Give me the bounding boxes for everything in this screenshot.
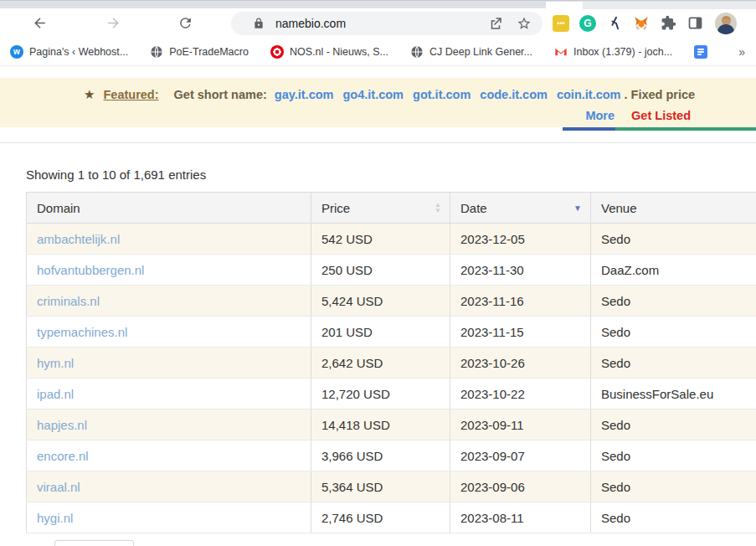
get-listed-link[interactable]: Get Listed (631, 109, 691, 122)
column-header-venue[interactable]: Venue (591, 193, 756, 224)
venue-cell: BusinessForSale.eu (591, 379, 756, 410)
bookmark-gmail-inbox[interactable]: Inbox (1.379) - joch... (554, 45, 672, 59)
side-panel-icon[interactable] (687, 15, 703, 32)
table-row: ambachtelijk.nl 542 USD 2023-12-05 Sedo (27, 224, 756, 255)
featured-domain-link[interactable]: coin.it.com (557, 88, 621, 101)
bookmarks-right-group: » Alle book (735, 44, 756, 59)
bookmarks-overflow-chevron[interactable]: » (735, 45, 748, 59)
featured-domain-link[interactable]: gay.it.com (275, 88, 334, 101)
domain-sales-table: Domain Price ▲▼ Date ▼ Venue ambachtelij… (26, 192, 756, 533)
extensions-puzzle-icon[interactable] (660, 15, 676, 32)
table-row: typemachines.nl 201 USD 2023-11-15 Sedo (27, 317, 756, 348)
tab-strip (0, 0, 756, 8)
domain-link[interactable]: typemachines.nl (37, 325, 127, 339)
more-link[interactable]: More (585, 109, 615, 122)
venue-cell: Sedo (591, 224, 756, 255)
forward-button[interactable] (104, 14, 122, 33)
venue-cell: Sedo (591, 317, 756, 348)
metamask-fox (633, 15, 650, 32)
date-cell: 2023-10-26 (450, 348, 591, 379)
date-cell: 2023-09-11 (450, 410, 591, 440)
bookmarks-bar: w Pagina's ‹ Webhost... PoE-TradeMacro N… (0, 38, 756, 66)
featured-link[interactable]: Featured: (103, 88, 158, 101)
reload-button[interactable] (176, 14, 194, 33)
url-text[interactable]: namebio.com (275, 17, 346, 30)
date-cell: 2023-11-30 (450, 255, 591, 286)
domain-link[interactable]: criminals.nl (37, 294, 100, 308)
date-cell: 2023-10-22 (450, 379, 591, 410)
domain-link[interactable]: hapjes.nl (37, 418, 87, 432)
forward-icon (105, 15, 121, 31)
domain-link[interactable]: hofvantubbergen.nl (37, 263, 144, 277)
tab-underline-green (615, 127, 756, 131)
featured-prefix-text: Get short name: (174, 88, 267, 101)
featured-domain-link[interactable]: got.it.com (413, 88, 471, 101)
profile-avatar[interactable] (715, 13, 737, 34)
bookmark-label: NOS.nl - Nieuws, S... (290, 46, 388, 58)
table-row: encore.nl 3,966 USD 2023-09-07 Sedo (27, 440, 756, 471)
table-row: criminals.nl 5,424 USD 2023-11-16 Sedo (27, 286, 756, 317)
navy-glyph-extension-icon[interactable] (606, 15, 623, 32)
bookmark-nos-nl[interactable]: NOS.nl - Nieuws, S... (270, 45, 388, 59)
bookmark-label: Inbox (1.379) - joch... (573, 46, 672, 58)
back-icon (32, 15, 48, 31)
domain-link[interactable]: ipad.nl (37, 387, 74, 401)
price-cell: 2,642 USD (311, 348, 450, 379)
price-cell: 201 USD (311, 317, 450, 348)
grammarly-extension-icon[interactable]: G (579, 15, 596, 32)
active-tab-notch[interactable] (546, 2, 583, 9)
table-header-row: Domain Price ▲▼ Date ▼ Venue (27, 193, 756, 224)
price-cell: 250 USD (311, 255, 450, 286)
yellow-dots-extension-icon[interactable]: ••• (553, 15, 569, 32)
date-cell: 2023-08-11 (450, 502, 591, 533)
metamask-extension-icon[interactable] (633, 15, 650, 32)
featured-line: ★ Featured: Get short name: gay.it.com g… (0, 85, 756, 104)
venue-cell: Sedo (591, 410, 756, 440)
column-label: Venue (601, 201, 637, 215)
price-cell: 2,746 USD (311, 502, 450, 533)
price-sort-icon: ▲▼ (435, 202, 441, 214)
featured-domain-link[interactable]: code.it.com (480, 88, 548, 101)
domain-link[interactable]: viraal.nl (37, 480, 80, 494)
bookmark-poe-trademacro[interactable]: PoE-TradeMacro (150, 45, 249, 59)
address-bar[interactable]: namebio.com (231, 12, 543, 35)
price-cell: 5,424 USD (311, 286, 450, 317)
bookmark-paginas-webhost[interactable]: w Pagina's ‹ Webhost... (10, 45, 128, 59)
column-header-price[interactable]: Price ▲▼ (311, 193, 450, 224)
domain-link[interactable]: ambachtelijk.nl (37, 232, 120, 246)
list-favicon (694, 45, 707, 59)
featured-domain-link[interactable]: go4.it.com (342, 88, 404, 101)
domain-link[interactable]: encore.nl (37, 449, 89, 463)
bookmark-blue-list[interactable] (694, 45, 713, 59)
column-header-date[interactable]: Date ▼ (450, 193, 591, 224)
bookmark-label: CJ Deep Link Gener... (429, 46, 532, 58)
venue-cell: Sedo (591, 286, 756, 317)
column-label: Price (321, 201, 350, 215)
table-row: hofvantubbergen.nl 250 USD 2023-11-30 Da… (27, 255, 756, 286)
venue-cell: Sedo (591, 471, 756, 502)
bookmark-cj-deep-link[interactable]: CJ Deep Link Gener... (410, 45, 532, 59)
share-icon[interactable] (488, 16, 503, 31)
featured-banner: ★ Featured: Get short name: gay.it.com g… (0, 78, 756, 127)
content-divider (0, 142, 756, 143)
date-sort-desc-icon: ▼ (573, 203, 582, 213)
domain-link[interactable]: hygi.nl (37, 511, 73, 525)
price-cell: 542 USD (311, 224, 450, 255)
navy-glyph (607, 15, 623, 31)
browser-toolbar: namebio.com ••• G (0, 8, 756, 38)
column-label: Domain (37, 201, 80, 215)
tab-strip-right (583, 2, 756, 9)
column-header-domain[interactable]: Domain (27, 193, 311, 224)
webhost-favicon: w (10, 45, 23, 59)
lock-icon[interactable] (253, 18, 265, 29)
gmail-favicon (554, 45, 568, 59)
table-row: hym.nl 2,642 USD 2023-10-26 Sedo (27, 348, 756, 379)
bookmark-star-icon[interactable] (517, 16, 532, 31)
featured-suffix-text: . Fixed price (625, 88, 696, 101)
domain-link[interactable]: hym.nl (37, 356, 74, 370)
pagination-previous-button[interactable] (54, 540, 134, 546)
price-cell: 14,418 USD (311, 410, 450, 440)
date-cell: 2023-12-05 (450, 224, 591, 255)
back-button[interactable] (30, 14, 49, 33)
table-row: viraal.nl 5,364 USD 2023-09-06 Sedo (27, 471, 756, 502)
